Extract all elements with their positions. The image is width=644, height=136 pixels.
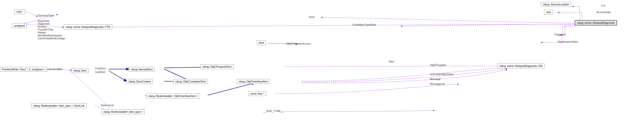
node-clang-objcinterfacedecl: clang::ObjCInterfaceDecl xyxy=(237,79,270,84)
label-LastDecl: LastDecl xyxy=(95,71,106,74)
label-RedeclLink: RedeclLink xyxy=(101,104,114,107)
node-clang-redeclarable-decl-type-decllink: clang::Redeclarable< decl_type >::DeclLi… xyxy=(32,103,86,108)
label-Argument: Argument xyxy=(38,19,49,22)
label-Message: Message xyxy=(430,78,441,81)
label-SIZE-TYPE: __SIZE_TYPE__ xyxy=(263,110,284,112)
label-FromASTFile: FromASTFile xyxy=(38,28,53,31)
label-DeprecationData: DeprecationData xyxy=(558,40,578,43)
label-FirstDecl: FirstDecl xyxy=(95,67,106,70)
label-ObjCProperty: ObjCProperty xyxy=(430,63,446,66)
node-pointerintpair: PointerIntPair< Decl *, 2, unsigned > xyxy=(0,67,47,72)
node-const-char-ptr: const char * xyxy=(248,91,266,96)
label-Access: Access xyxy=(38,25,46,28)
label-CacheValidAndLinkage: CacheValidAndLinkage xyxy=(38,37,65,40)
node-clang-sema-ftd: clang::sema::DelayedDiagnostic::FTD xyxy=(64,25,112,29)
label-ObjCPropertyAccess: ObjCPropertyAccess xyxy=(286,42,311,45)
node-clang-redeclarable-objcinterfacedecl: clang::Redeclarable< ObjCInterfaceDecl > xyxy=(146,94,200,98)
node-clang-objccontainerdecl: clang::ObjCContainerDecl xyxy=(174,79,208,84)
label-AccessData: AccessData xyxy=(596,11,611,14)
node-clang-sourcelocation: clang::SourceLocation xyxy=(541,2,571,7)
node-clang-redeclarable-decl-type: clang::Redeclarable< decl_type > xyxy=(102,109,145,114)
label-Triggered: Triggered xyxy=(554,33,566,36)
node-clang-sema-dd: clang::sema::DelayedDiagnostic::DD xyxy=(498,63,544,68)
node-clang-objcpropertydecl: clang::ObjCPropertyDecl xyxy=(200,64,234,69)
label-Diagnostic: Diagnostic xyxy=(38,22,50,25)
node-clang-nameddecl: clang::NamedDecl xyxy=(129,67,154,72)
node-clang-sema-delayeddiagnostic: clang::sema::DelayedDiagnostic xyxy=(575,20,617,25)
node-bool: bool xyxy=(257,40,266,45)
node-clang-declcontext: clang::DeclContext xyxy=(126,79,152,84)
label-Hidden: Hidden xyxy=(38,31,46,34)
label-OperandType: OperandType xyxy=(38,14,54,17)
node-char: char xyxy=(544,10,553,15)
label-MessageLen: MessageLen xyxy=(430,82,445,85)
label-Loc: Loc xyxy=(601,4,606,7)
node-clang-decl: clang::Decl xyxy=(72,68,88,73)
label-UnknownObjCClass: UnknownObjCClass xyxy=(430,73,454,76)
label-ForbiddenTypeData: ForbiddenTypeData xyxy=(352,23,376,26)
node-unsigned: unsigned xyxy=(12,23,27,28)
label-Decl: Decl xyxy=(389,60,394,63)
label-IdentifierNamespace: IdentifierNamespace xyxy=(38,34,62,37)
node-void-ptr: void * xyxy=(14,9,25,14)
diagram-container: clang::sema::DelayedDiagnostic clang::So… xyxy=(0,0,644,136)
label-Kind: Kind xyxy=(309,16,314,18)
